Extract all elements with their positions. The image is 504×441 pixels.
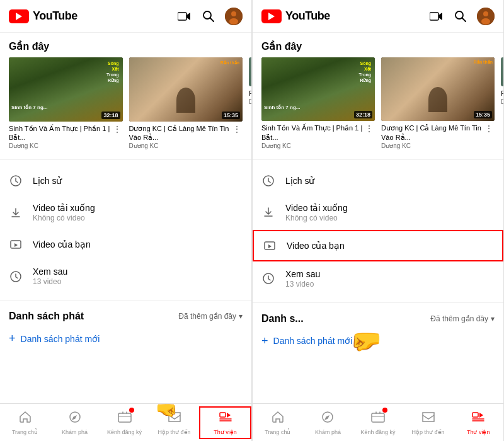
left-nav-explore[interactable]: Khám phá (50, 406, 100, 439)
right-video1-menu[interactable]: ⋮ (364, 123, 375, 149)
right-subscriptions-icon (371, 410, 385, 427)
left-history-text: Lịch sử (33, 176, 243, 186)
svg-rect-10 (118, 413, 131, 422)
left-nav-inbox[interactable]: Hộp thư đến 🤜 (149, 406, 199, 439)
left-nav-library[interactable]: Thư viện (199, 406, 251, 439)
left-nav-subscriptions-label: Kênh đăng ký (107, 429, 142, 435)
right-nav-inbox-label: Hộp thư đến (412, 429, 445, 435)
left-download-text: Video tải xuống Không có video (33, 203, 243, 222)
right-nav-library-label: Thư viện (467, 429, 490, 435)
right-menu-history[interactable]: Lịch sử (253, 166, 503, 195)
right-nav-library[interactable]: Thư viện (453, 406, 503, 439)
left-nav-home[interactable]: Trang chủ (0, 406, 50, 439)
left-history-icon (9, 174, 23, 188)
right-playlist-title: Danh s... (261, 313, 304, 324)
right-nav-home[interactable]: Trang chủ (253, 406, 303, 439)
right-plus-icon: + (261, 335, 268, 348)
left-video1-title: Sinh Tồn Và Ẩm Thực | Phần 1 | Bắt... (9, 124, 112, 142)
right-nav-subscriptions[interactable]: Kênh đăng ký (353, 406, 403, 439)
right-playlist-new[interactable]: + Danh sách phát mới (253, 329, 503, 358)
svg-rect-22 (372, 413, 384, 422)
left-camera-icon[interactable] (177, 9, 192, 24)
left-video-1[interactable]: Sông Xốt Trong Rừng Sinh tồn 7 ng... 32:… (9, 57, 123, 149)
left-playlist-header: Danh sách phát Đã thêm gần đây ▾ (0, 304, 251, 327)
left-video2-menu[interactable]: ⋮ (231, 124, 243, 150)
svg-point-17 (481, 18, 490, 25)
right-camera-icon[interactable] (429, 9, 444, 24)
left-your-videos-text: Video của bạn (33, 239, 243, 249)
left-bottom-nav: Trang chủ Khám phá Kênh đăng ký (0, 403, 251, 441)
svg-point-5 (229, 18, 238, 25)
right-history-text: Lịch sử (285, 176, 495, 186)
left-nav-subscriptions[interactable]: Kênh đăng ký (100, 406, 149, 439)
right-menu-download[interactable]: Video tải xuống Không có video (253, 195, 503, 230)
right-video2-menu[interactable]: ⋮ (483, 123, 495, 149)
right-download-text: Video tải xuống Không có video (285, 203, 495, 222)
right-watch-later-text: Xem sau 13 video (285, 269, 495, 289)
right-playlist-sort[interactable]: Đã thêm gần đây ▾ (430, 314, 495, 323)
left-video2-duration: 15:35 (222, 112, 240, 119)
right-menu-your-videos[interactable]: Video của bạn (253, 230, 503, 261)
left-logo-text: YouTube (33, 9, 77, 23)
right-videos-row: Sông Xốt Trong Rừng Sinh tồn 7 ng... 32:… (253, 57, 503, 156)
right-nav-explore[interactable]: Khám phá (303, 406, 353, 439)
left-inbox-icon (168, 410, 181, 427)
left-nav-explore-label: Khám phá (62, 429, 88, 435)
right-home-icon (271, 410, 285, 427)
left-header: YouTube (0, 0, 251, 33)
left-logo-icon (9, 9, 29, 23)
right-search-icon[interactable] (453, 9, 468, 24)
left-menu-history[interactable]: Lịch sử (0, 166, 251, 195)
right-menu-section: Lịch sử Video tải xuống Không có video (253, 164, 503, 299)
right-logo-text: YouTube (285, 9, 330, 23)
left-menu-watch-later[interactable]: Xem sau 13 video (0, 259, 251, 294)
right-video1-title: Sinh Tồn Và Ẩm Thực | Phần 1 | Bắt... (261, 123, 364, 142)
left-logo: YouTube (9, 9, 77, 23)
svg-rect-11 (220, 413, 226, 417)
left-playlist-title: Danh sách phát (9, 311, 84, 322)
left-nav-library-label: Thư viện (214, 429, 237, 435)
right-nav-inbox[interactable]: Hộp thư đến (403, 406, 454, 439)
right-library-icon (471, 410, 485, 427)
left-video-2[interactable]: Rần thần Rần thần 15:35 Dươ (129, 57, 243, 149)
left-nav-inbox-label: Hộp thư đến (158, 429, 190, 435)
left-panel: YouTube (0, 0, 252, 441)
right-your-videos-text: Video của bạn (287, 241, 493, 251)
right-video-2[interactable]: Rần thần 15:35 Dương KC | Cả Làng Mê Tín… (381, 57, 495, 149)
left-your-videos-icon (9, 238, 23, 251)
svg-point-16 (483, 11, 488, 16)
right-avatar[interactable] (477, 8, 495, 25)
left-video1-duration: 32:18 (101, 112, 120, 119)
left-menu-your-videos[interactable]: Video của bạn (0, 230, 251, 259)
right-playlist-header: Danh s... Đã thêm gần đây ▾ (253, 307, 503, 329)
left-menu-download[interactable]: Video tải xuống Không có video (0, 195, 251, 230)
right-video-3[interactable]: Chau Dũng Bắt Ph... Duro (501, 57, 503, 149)
left-nav-home-label: Trang chủ (12, 429, 38, 435)
right-video-1[interactable]: Sông Xốt Trong Rừng Sinh tồn 7 ng... 32:… (261, 57, 375, 149)
left-playlist-new[interactable]: + Danh sách phát mới (0, 327, 251, 355)
left-videos-row: Sông Xốt Trong Rừng Sinh tồn 7 ng... 32:… (0, 57, 251, 156)
svg-rect-0 (178, 13, 186, 20)
left-avatar[interactable] (225, 8, 243, 25)
left-video2-channel: Dương KC (129, 142, 232, 149)
left-watch-later-text: Xem sau 13 video (33, 266, 243, 286)
left-video1-menu[interactable]: ⋮ (112, 124, 123, 150)
right-logo: YouTube (261, 9, 330, 23)
left-content: Gần đây Sông Xốt Trong Rừng Sinh tồn 7 n… (0, 33, 251, 441)
left-video-3[interactable]: Chau Dũng Bắt Ph... Duro (249, 57, 251, 149)
right-nav-subscriptions-label: Kênh đăng ký (360, 429, 395, 435)
left-header-icons (177, 8, 243, 25)
svg-line-14 (462, 18, 466, 21)
svg-rect-12 (430, 13, 438, 20)
left-video2-title: Dương KC | Cả Làng Mê Tín Tin Vào Rả... (129, 124, 232, 142)
left-watch-later-icon (9, 270, 23, 284)
left-home-icon (18, 410, 32, 427)
left-subscriptions-icon (118, 410, 132, 427)
right-menu-watch-later[interactable]: Xem sau 13 video (253, 261, 503, 296)
svg-rect-23 (472, 413, 478, 417)
left-search-icon[interactable] (201, 9, 216, 24)
right-video2-duration: 15:35 (474, 111, 492, 118)
right-video3-title: Ph... (501, 89, 503, 98)
left-playlist-new-text: Danh sách phát mới (21, 334, 100, 344)
left-playlist-sort[interactable]: Đã thêm gần đây ▾ (178, 312, 243, 321)
